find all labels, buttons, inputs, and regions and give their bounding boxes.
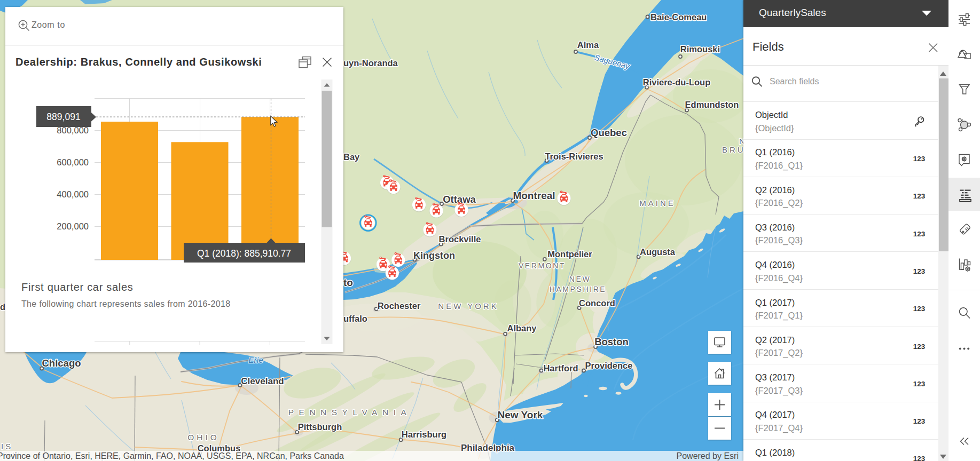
svg-text:Augusta: Augusta (640, 247, 676, 257)
svg-text:Kingston: Kingston (413, 250, 455, 261)
svg-text:Alma: Alma (577, 40, 599, 50)
svg-text:New York: New York (498, 409, 543, 420)
svg-text:OHIO: OHIO (187, 433, 219, 442)
svg-text:Riviere-du-Loup: Riviere-du-Loup (643, 77, 711, 87)
svg-text:Q1 (2018): 885,910.77: Q1 (2018): 885,910.77 (197, 248, 291, 259)
svg-text:NEW YORK: NEW YORK (438, 301, 498, 311)
svg-text:Montreal: Montreal (513, 190, 555, 201)
svg-text:Erie: Erie (248, 355, 263, 364)
svg-text:NEW: NEW (569, 275, 591, 283)
svg-text:Montpelier: Montpelier (547, 249, 592, 259)
svg-text:uffalo: uffalo (343, 314, 367, 323)
svg-text:Rochester: Rochester (378, 301, 421, 311)
svg-text:Rimouski: Rimouski (680, 44, 720, 54)
svg-text:BRU: BRU (722, 145, 743, 154)
svg-text:uyn-Noranda: uyn-Noranda (343, 58, 398, 68)
svg-text:Boston: Boston (594, 336, 629, 347)
svg-text:200,000: 200,000 (57, 221, 89, 231)
svg-text:Harrisburg: Harrisburg (402, 430, 446, 439)
svg-text:HAMPSHIRE: HAMPSHIRE (550, 285, 607, 293)
svg-text:Cleveland: Cleveland (241, 376, 284, 386)
svg-text:Concord: Concord (579, 298, 615, 308)
svg-text:Albany: Albany (507, 323, 537, 333)
svg-text:400,000: 400,000 (57, 189, 89, 199)
svg-text:Trois-Rivieres: Trois-Rivieres (545, 152, 603, 161)
svg-text:889,091: 889,091 (46, 112, 80, 122)
svg-text:Chicago: Chicago (42, 357, 81, 369)
svg-text:Providence: Providence (585, 361, 633, 370)
svg-text:Edmundston: Edmundston (685, 100, 739, 109)
svg-text:to: to (343, 277, 353, 288)
svg-text:MAINE: MAINE (639, 198, 676, 208)
svg-text:Brockville: Brockville (439, 234, 481, 244)
svg-text:Baie-Comeau: Baie-Comeau (650, 12, 707, 22)
svg-text:IS: IS (1, 442, 13, 451)
svg-text:Quebec: Quebec (591, 127, 627, 138)
svg-text:VERMONT: VERMONT (519, 261, 566, 270)
svg-text:Pittsburgh: Pittsburgh (298, 422, 342, 432)
svg-text:N: N (739, 137, 743, 146)
svg-text:Bay: Bay (343, 152, 360, 162)
svg-text:PENNSYLVANIA: PENNSYLVANIA (288, 408, 412, 417)
svg-text:600,000: 600,000 (57, 157, 89, 167)
svg-text:Hartford: Hartford (543, 363, 578, 373)
